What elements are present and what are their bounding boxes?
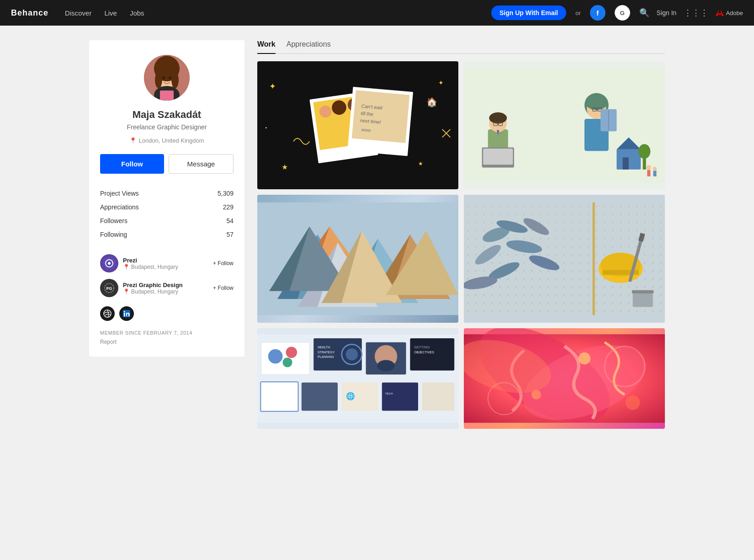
stat-followers: Followers 54 [100, 214, 234, 228]
page-wrapper: Maja Szakadát Freelance Graphic Designer… [80, 40, 674, 429]
svg-rect-10 [160, 91, 174, 101]
tab-work[interactable]: Work [257, 40, 276, 54]
svg-text:TECH: TECH [385, 392, 393, 395]
svg-text:★: ★ [281, 163, 288, 171]
follow-button[interactable]: Follow [100, 154, 164, 174]
project-polaroid[interactable]: ✦ ✦ ★ ★ • 🏠 [257, 61, 458, 189]
affiliation-prezi: Prezi 📍 Budapest, Hungary + Follow [100, 254, 234, 272]
prezi-graphic-logo[interactable]: PG [100, 279, 118, 297]
affiliation-prezi-graphic: PG Prezi Graphic Design 📍 Budapest, Hung… [100, 279, 234, 297]
profile-sidebar: Maja Szakadát Freelance Graphic Designer… [89, 40, 244, 357]
tab-appreciations[interactable]: Appreciations [287, 40, 331, 54]
main-content: Work Appreciations ✦ ✦ ★ ★ • 🏠 [257, 40, 665, 429]
search-icon[interactable]: 🔍 [639, 8, 649, 18]
message-button[interactable]: Message [169, 154, 234, 174]
profile-location: 📍 London, United Kingdom [100, 137, 234, 144]
svg-point-9 [169, 76, 171, 80]
svg-rect-66 [647, 170, 650, 176]
stat-value-followers: 54 [226, 217, 234, 224]
projects-grid: ✦ ✦ ★ ★ • 🏠 [257, 61, 665, 429]
signup-button[interactable]: Sign Up With Email [491, 5, 566, 20]
adobe-logo: Adobe [716, 9, 743, 17]
svg-rect-50 [483, 149, 513, 165]
svg-text:🏠: 🏠 [426, 97, 438, 107]
report-link[interactable]: Report [100, 339, 117, 345]
nav-discover[interactable]: Discover [65, 9, 91, 17]
google-login-button[interactable]: G [615, 5, 630, 21]
stat-appreciations: Appreciations 229 [100, 200, 234, 214]
stat-label-app: Appreciations [100, 203, 139, 211]
svg-text:PG: PG [106, 286, 112, 291]
project-illustration[interactable] [464, 61, 665, 189]
svg-text:✦: ✦ [269, 82, 276, 91]
stats-table: Project Views 5,309 Appreciations 229 Fo… [100, 187, 234, 241]
svg-rect-96 [593, 203, 595, 315]
nav-right: 🔍 Sign In ⋮⋮⋮ Adobe [639, 8, 743, 18]
nav-or-label: or [575, 10, 581, 16]
stat-value-views: 5,309 [218, 190, 234, 197]
facebook-login-button[interactable]: f [590, 5, 605, 21]
svg-rect-60 [616, 149, 641, 170]
svg-text:★: ★ [418, 160, 423, 167]
location-text: London, United Kingdom [138, 137, 204, 144]
nav-links: Discover Live Jobs [65, 9, 482, 17]
social-icons [100, 306, 234, 321]
stat-label-following: Following [100, 231, 127, 238]
prezi-logo[interactable] [100, 254, 118, 272]
svg-text:✦: ✦ [438, 79, 444, 86]
svg-point-106 [268, 349, 283, 364]
project-triangles[interactable] [257, 195, 458, 323]
member-since: MEMBER SINCE FEBRUARY 7, 2014 [100, 330, 234, 336]
dribbble-link[interactable] [100, 306, 115, 321]
svg-rect-62 [623, 157, 629, 169]
svg-point-20 [124, 311, 125, 312]
prezi-follow-button[interactable]: + Follow [213, 260, 234, 267]
svg-point-107 [286, 347, 297, 358]
svg-text:PLANNING: PLANNING [318, 355, 334, 358]
svg-rect-19 [124, 313, 125, 316]
project-presentation[interactable]: HEALTH STRATEGY PLANNING SETTING OBJECTI… [257, 328, 458, 429]
linkedin-link[interactable] [119, 306, 134, 321]
navbar: Behance Discover Live Jobs Sign Up With … [0, 0, 754, 26]
grid-icon[interactable]: ⋮⋮⋮ [684, 8, 708, 18]
svg-text:till the: till the [361, 110, 374, 117]
svg-rect-126 [382, 383, 418, 411]
prezi-graphic-follow-button[interactable]: + Follow [213, 285, 234, 291]
svg-point-17 [104, 310, 111, 317]
svg-rect-123 [302, 383, 338, 411]
svg-point-108 [282, 357, 292, 367]
svg-point-136 [531, 390, 541, 400]
svg-point-45 [489, 112, 507, 124]
stat-label-views: Project Views [100, 190, 139, 197]
stat-value-app: 229 [223, 203, 234, 211]
stat-label-followers: Followers [100, 217, 127, 224]
tabs: Work Appreciations [257, 40, 665, 54]
project-pinboard[interactable] [464, 195, 665, 323]
svg-rect-118 [410, 338, 454, 370]
svg-point-13 [108, 262, 111, 265]
svg-point-7 [171, 72, 179, 88]
svg-rect-121 [261, 383, 297, 411]
nav-logo[interactable]: Behance [11, 8, 48, 18]
avatar [144, 55, 190, 101]
profile-name: Maja Szakadát [100, 109, 234, 121]
prezi-info: Prezi 📍 Budapest, Hungary [123, 257, 208, 270]
prezi-location: 📍 Budapest, Hungary [123, 264, 208, 270]
svg-point-114 [346, 348, 358, 360]
nav-jobs[interactable]: Jobs [130, 9, 144, 17]
nav-live[interactable]: Live [104, 9, 117, 17]
svg-text:xoxo: xoxo [361, 127, 371, 133]
stat-following: Following 57 [100, 228, 234, 241]
profile-title: Freelance Graphic Designer [100, 123, 234, 131]
svg-text:🌐: 🌐 [346, 392, 355, 400]
svg-rect-68 [653, 171, 656, 176]
avatar-wrap [100, 55, 234, 101]
prezi-name: Prezi [123, 257, 208, 264]
signin-link[interactable]: Sign In [657, 9, 677, 16]
adobe-label: Adobe [726, 10, 743, 16]
action-buttons: Follow Message [100, 154, 234, 174]
svg-rect-35 [352, 90, 410, 143]
svg-text:•: • [265, 125, 267, 130]
project-abstract[interactable] [464, 328, 665, 429]
stat-value-following: 57 [226, 231, 234, 238]
